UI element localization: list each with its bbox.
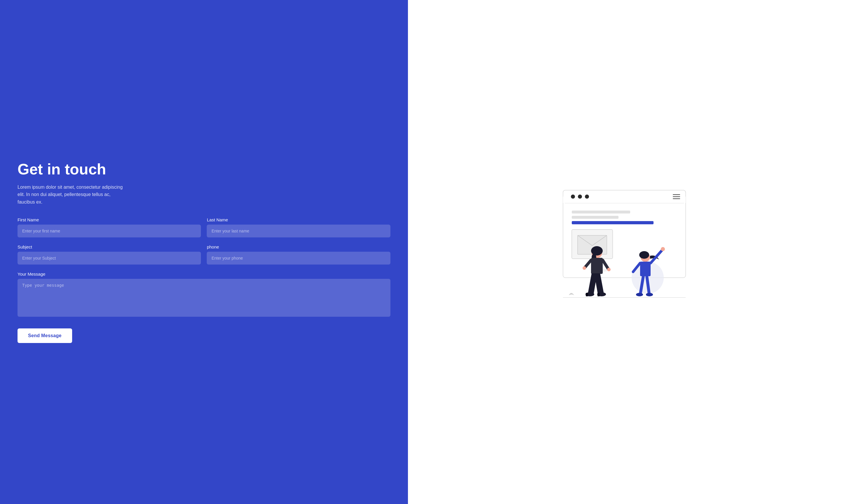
illustration <box>539 181 709 323</box>
message-textarea[interactable] <box>18 279 391 317</box>
svg-rect-32 <box>640 262 651 276</box>
left-panel: Get in touch Lorem ipsum dolor sit amet,… <box>0 0 408 504</box>
subject-group: Subject <box>18 245 201 265</box>
svg-point-39 <box>646 293 653 296</box>
first-name-input[interactable] <box>18 224 201 237</box>
last-name-label: Last Name <box>207 217 390 222</box>
page-subtitle: Lorem ipsum dolor sit amet, consectetur … <box>18 183 128 206</box>
svg-point-31 <box>639 251 649 259</box>
illustration-svg <box>539 181 709 321</box>
message-group: Your Message <box>18 272 391 317</box>
svg-rect-27 <box>586 293 588 296</box>
svg-point-23 <box>583 266 586 270</box>
send-message-button[interactable]: Send Message <box>18 328 72 343</box>
phone-label: phone <box>207 245 390 249</box>
first-name-label: First Name <box>18 217 201 222</box>
svg-point-5 <box>585 195 589 199</box>
svg-rect-9 <box>572 211 630 214</box>
svg-point-38 <box>636 293 643 296</box>
svg-point-34 <box>661 247 665 251</box>
svg-point-4 <box>578 195 582 199</box>
svg-rect-28 <box>598 293 600 296</box>
page-title: Get in touch <box>18 161 391 178</box>
last-name-input[interactable] <box>207 224 390 237</box>
subject-phone-row: Subject phone <box>18 245 391 265</box>
svg-rect-10 <box>572 216 618 219</box>
svg-point-24 <box>607 268 611 271</box>
svg-rect-8 <box>673 198 680 199</box>
name-row: First Name Last Name <box>18 217 391 237</box>
phone-input[interactable] <box>207 252 390 265</box>
svg-point-3 <box>571 195 575 199</box>
first-name-group: First Name <box>18 217 201 237</box>
subject-label: Subject <box>18 245 201 249</box>
svg-point-18 <box>591 246 603 255</box>
right-panel <box>408 0 841 504</box>
message-label: Your Message <box>18 272 391 276</box>
svg-rect-11 <box>572 221 654 224</box>
svg-rect-7 <box>673 196 680 197</box>
svg-rect-20 <box>591 258 603 274</box>
phone-group: phone <box>207 245 390 265</box>
last-name-group: Last Name <box>207 217 390 237</box>
svg-rect-6 <box>673 194 680 195</box>
subject-input[interactable] <box>18 252 201 265</box>
